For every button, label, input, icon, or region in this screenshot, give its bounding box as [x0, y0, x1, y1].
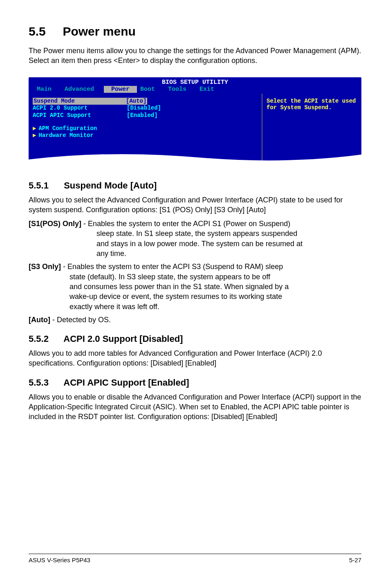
bios-menubar: Main Advanced Power Boot Tools Exit [29, 86, 361, 94]
option-auto: [Auto] - Detected by OS. [29, 315, 361, 325]
option-text: wake-up device or event, the system resu… [29, 292, 361, 301]
option-s3only: [S3 Only] - Enables the system to enter … [29, 262, 361, 311]
section-title: 5.5 Power menu [29, 25, 361, 38]
option-text: - Enables the system to enter the ACPI S… [61, 263, 283, 271]
subsection-title: Suspend Mode [Auto] [64, 180, 157, 191]
option-label: [S1(POS) Only] [29, 220, 81, 228]
subsection-number: 5.5.1 [29, 180, 61, 191]
intro-paragraph: The Power menu items allow you to change… [29, 46, 361, 66]
footer-left: ASUS V-Series P5P43 [29, 557, 90, 563]
arrow-icon: ▶ [33, 125, 36, 132]
subsection-5-5-3-para: Allows you to enable or disable the Adva… [29, 392, 361, 422]
bios-tab-advanced[interactable]: Advanced [61, 86, 104, 93]
bios-sub-hw[interactable]: ▶Hardware Monitor [33, 132, 258, 139]
option-s1pos: [S1(POS) Only] - Enables the system to e… [29, 219, 361, 258]
bios-subitem-label: Hardware Monitor [38, 132, 93, 139]
subsection-title: ACPI APIC Support [Enabled] [63, 377, 189, 388]
option-text: any time. [29, 249, 361, 258]
bios-tab-power[interactable]: Power [104, 86, 137, 93]
bios-tab-boot[interactable]: Boot [137, 86, 165, 93]
subsection-number: 5.5.3 [29, 377, 61, 388]
bios-row-acpi20[interactable]: ACPI 2.0 Support [Disabled] [33, 105, 258, 112]
section-number: 5.5 [29, 25, 46, 38]
bios-tab-tools[interactable]: Tools [165, 86, 196, 93]
bios-help-panel: Select the ACPI state used for System Su… [262, 94, 361, 163]
subsection-5-5-3-heading: 5.5.3 ACPI APIC Support [Enabled] [29, 377, 361, 388]
subsection-title: ACPI 2.0 Support [Disabled] [63, 334, 183, 344]
footer-page-number: 5-27 [349, 557, 361, 563]
option-text: state (default). In S3 sleep state, the … [29, 272, 361, 282]
option-text: - Detected by OS. [50, 316, 111, 324]
option-text: exactly where it was left off. [29, 302, 361, 312]
bios-tab-exit[interactable]: Exit [196, 86, 224, 93]
bios-value: [Auto] [125, 98, 147, 105]
option-label: [S3 Only] [29, 263, 61, 271]
option-text: and consumes less power than in the S1 s… [29, 282, 361, 292]
arrow-icon: ▶ [33, 132, 36, 139]
subsection-5-5-2-heading: 5.5.2 ACPI 2.0 Support [Disabled] [29, 334, 361, 344]
page-footer: ASUS V-Series P5P43 5-27 [29, 554, 361, 563]
subsection-5-5-2-para: Allows you to add more tables for Advanc… [29, 348, 361, 368]
option-label: [Auto] [29, 316, 50, 324]
bios-subitem-label: APM Configuration [38, 125, 97, 132]
section-name: Power menu [63, 25, 135, 38]
bios-row-suspend-mode[interactable]: Suspend Mode [Auto] [33, 98, 258, 105]
bios-label: Suspend Mode [33, 98, 125, 105]
bios-value: [Enabled] [127, 112, 158, 119]
subsection-5-5-1-para: Allows you to select the Advanced Config… [29, 195, 361, 215]
bios-tab-main[interactable]: Main [34, 86, 61, 93]
bios-left-panel: Suspend Mode [Auto] ACPI 2.0 Support [Di… [29, 94, 262, 163]
bios-value: [Disabled] [127, 105, 161, 112]
bios-title: BIOS SETUP UTILITY [29, 78, 361, 86]
bios-screenshot: BIOS SETUP UTILITY Main Advanced Power B… [29, 77, 361, 164]
option-text: and stays in a low power mode. The syste… [29, 239, 361, 249]
option-text: - Enables the system to enter the ACPI S… [81, 220, 290, 228]
bios-label: ACPI 2.0 Support [33, 105, 127, 112]
bios-sub-apm[interactable]: ▶APM Configuration [33, 125, 258, 132]
bios-label: ACPI APIC Support [33, 112, 127, 119]
option-text: sleep state. In S1 sleep state, the syst… [29, 229, 361, 238]
subsection-5-5-1-heading: 5.5.1 Suspend Mode [Auto] [29, 180, 361, 191]
subsection-number: 5.5.2 [29, 334, 61, 344]
bios-row-acpiapic[interactable]: ACPI APIC Support [Enabled] [33, 112, 258, 119]
